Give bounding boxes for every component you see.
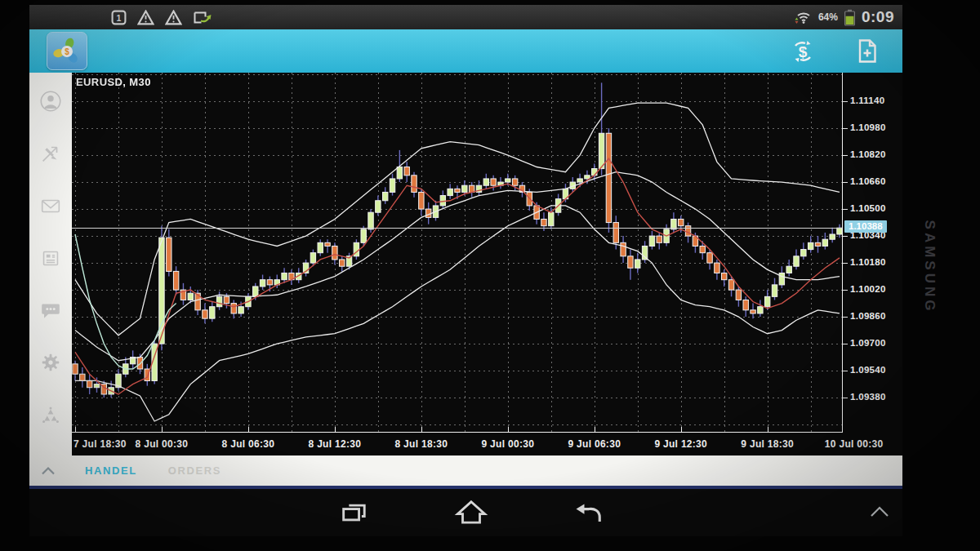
quick-access-chevron-icon[interactable] xyxy=(866,502,893,522)
time-axis-label: 7 Jul 18:30 xyxy=(74,438,127,450)
price-axis-label: 1.11140 xyxy=(850,96,884,105)
tab-handel[interactable]: HANDEL xyxy=(85,464,137,477)
device-screen: 1 xyxy=(29,5,902,536)
price-axis-label: 1.10820 xyxy=(850,149,886,159)
metatrader-logo[interactable]: $ xyxy=(47,32,87,70)
sidebar-item-news[interactable] xyxy=(29,234,72,282)
price-axis-label: 1.09540 xyxy=(850,365,886,375)
svg-text:1: 1 xyxy=(117,12,122,22)
trade-arrows-icon xyxy=(38,141,63,166)
svg-text:$: $ xyxy=(799,43,808,60)
price-axis-label: 1.09380 xyxy=(850,392,886,402)
account-icon xyxy=(38,89,63,113)
price-axis-tick xyxy=(843,317,848,318)
price-axis-tick xyxy=(843,290,848,291)
sidebar-item-chat[interactable] xyxy=(29,287,72,334)
time-axis-label: 8 Jul 18:30 xyxy=(395,438,448,450)
one-badge-icon: 1 xyxy=(111,10,127,25)
wifi-icon xyxy=(794,9,813,25)
warning-icon xyxy=(137,10,154,25)
price-axis-tick xyxy=(843,371,848,371)
news-icon xyxy=(38,246,63,270)
battery-icon xyxy=(844,9,856,26)
sidebar-item-community[interactable] xyxy=(29,391,72,438)
time-axis-label: 9 Jul 06:30 xyxy=(568,438,621,450)
sidebar xyxy=(29,73,72,458)
screen-capture-icon xyxy=(193,10,212,25)
svg-text:$: $ xyxy=(65,47,69,56)
price-axis-tick xyxy=(843,236,848,237)
metatrader-app-bar: $ $ xyxy=(29,29,902,73)
sidebar-item-mail[interactable] xyxy=(29,182,72,229)
tab-orders[interactable]: ORDERS xyxy=(168,464,221,477)
price-axis-tick xyxy=(843,182,848,183)
android-status-bar: 1 xyxy=(29,5,902,29)
price-axis: 1.111401.109801.108201.106601.105001.103… xyxy=(843,73,902,433)
new-order-icon[interactable] xyxy=(855,38,880,64)
time-axis-label: 10 Jul 00:30 xyxy=(825,438,884,450)
price-axis-tick xyxy=(843,155,848,156)
bottom-tab-bar: HANDELORDERS xyxy=(29,455,902,489)
price-axis-tick xyxy=(843,344,848,344)
time-axis: 7 Jul 18:308 Jul 00:308 Jul 06:308 Jul 1… xyxy=(72,433,902,455)
price-axis-label: 1.10180 xyxy=(850,257,886,267)
sidebar-item-accounts[interactable] xyxy=(29,78,72,125)
price-axis-label: 1.10980 xyxy=(850,122,886,132)
recent-apps-button[interactable] xyxy=(338,497,371,528)
price-axis-label: 1.09860 xyxy=(850,311,886,321)
time-axis-label: 8 Jul 12:30 xyxy=(309,438,362,450)
time-axis-label: 8 Jul 00:30 xyxy=(136,438,189,450)
collapse-chevron-icon[interactable] xyxy=(39,465,57,477)
price-axis-tick xyxy=(843,263,848,264)
sidebar-item-trade[interactable] xyxy=(29,130,72,177)
home-button[interactable] xyxy=(454,497,488,528)
price-axis-tick xyxy=(843,209,848,210)
price-axis-label: 1.09700 xyxy=(850,338,886,348)
price-axis-tick xyxy=(843,101,848,102)
current-price-badge: 1.10388 xyxy=(844,220,887,233)
community-triangle-icon xyxy=(38,402,63,427)
time-axis-label: 9 Jul 12:30 xyxy=(654,438,707,450)
android-nav-bar xyxy=(29,489,902,536)
candlestick-chart-canvas[interactable] xyxy=(72,73,843,433)
tablet-photo: 1 xyxy=(0,0,980,551)
status-notification-icons: 1 xyxy=(111,10,212,25)
mail-icon xyxy=(38,193,63,218)
samsung-brand-logo: SAMSUNG xyxy=(905,189,954,344)
sidebar-item-settings[interactable] xyxy=(29,339,72,386)
tabs-container: HANDELORDERS xyxy=(85,464,252,477)
chart-symbol-label: EURUSD, M30 xyxy=(76,76,151,88)
back-button[interactable] xyxy=(572,497,606,528)
trade-dollar-icon[interactable]: $ xyxy=(788,38,817,64)
price-axis-label: 1.10500 xyxy=(850,203,886,213)
gear-icon xyxy=(38,350,63,375)
price-axis-tick xyxy=(843,128,848,129)
price-axis-label: 1.10020 xyxy=(850,284,886,294)
chat-icon xyxy=(38,298,63,322)
time-axis-label: 9 Jul 00:30 xyxy=(481,438,534,450)
time-axis-label: 9 Jul 18:30 xyxy=(741,438,794,450)
chart-panel: EURUSD, M30 1.111401.109801.108201.10660… xyxy=(72,73,902,455)
time-axis-label: 8 Jul 06:30 xyxy=(222,438,275,450)
battery-percent-label: 64% xyxy=(818,11,838,23)
price-axis-tick xyxy=(843,398,848,398)
warning-icon xyxy=(165,10,182,25)
price-axis-label: 1.10660 xyxy=(850,176,886,186)
clock-label: 0:09 xyxy=(862,8,894,26)
